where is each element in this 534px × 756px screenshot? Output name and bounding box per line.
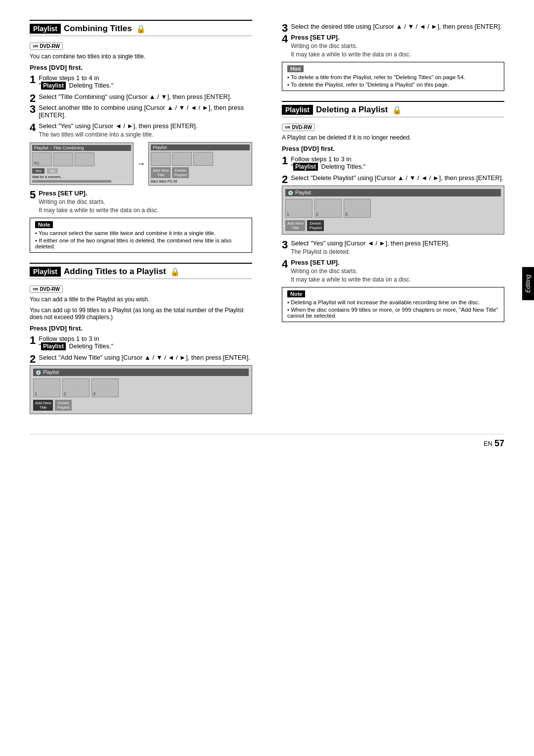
deleting-step-3-content: Select "Yes" using [Cursor ◄ / ►], then …: [291, 239, 504, 255]
step-5-sub1: Writing on the disc starts.: [39, 198, 252, 205]
hint-title: Hint: [287, 65, 304, 72]
combining-step-5: 5 Press [SET UP]. Writing on the disc st…: [30, 189, 252, 214]
thumb-2: [53, 152, 73, 166]
screen-title-deleting: Playlist: [295, 190, 311, 195]
adding-titles-header: Playlist Adding Titles to a Playlist 🔒: [30, 264, 252, 279]
screen-thumb-a2: 2: [62, 378, 89, 397]
deleting-playlist-title: Deleting a Playlist: [316, 105, 388, 115]
deleting-step-num-1: 1: [282, 155, 288, 166]
deleting-playlist-header: Playlist Deleting a Playlist 🔒: [282, 102, 504, 117]
combining-intro: You can combine two titles into a single…: [30, 53, 252, 60]
deleting-step-4-sub1: Writing on the disc starts.: [291, 268, 504, 275]
screen-thumb-d1: 1: [285, 199, 312, 218]
screen-title-combining-bar: Playlist – Title Combining: [32, 145, 131, 151]
deleting-step-3: 3 Select "Yes" using [Cursor ◄ / ►], the…: [282, 239, 504, 255]
playlist-badge-adding: Playlist: [30, 267, 61, 277]
disc-icon-adding: 💿: [36, 370, 41, 375]
page-number-prefix: EN: [484, 440, 492, 447]
add-new-title-btn-deleting[interactable]: Add NewTitle: [285, 220, 305, 231]
dvd-rw-badge-deleting: VR DVD-RW: [282, 124, 315, 131]
step-5-text: Press [SET UP].: [39, 189, 87, 197]
step-4-text: Select "Yes" using [Cursor ◄ / ►], then …: [39, 122, 197, 130]
screen-thumbs-adding: 1 2 3: [33, 378, 249, 397]
right-col-adding-continuation: 3 Select the desired title using [Cursor…: [282, 23, 504, 91]
page-number: 57: [494, 438, 504, 449]
adding-step-1-content: Follow steps 1 to 3 in"Playlist Deleting…: [39, 335, 252, 350]
screen-mockup-adding: 💿 Playlist 1 2 3 Add NewTitle DeletePlay…: [30, 365, 252, 414]
right-step-4-sub1: Writing on the disc starts.: [291, 43, 504, 49]
screen-playlist-bar: Playlist: [151, 144, 250, 150]
yes-button[interactable]: Yes: [32, 168, 44, 174]
adding-step-num-2: 2: [30, 354, 36, 365]
right-step-num-3: 3: [282, 23, 288, 34]
adding-intro-1: You can add a title to the Playlist as y…: [30, 296, 252, 303]
yes-no-row: Yes No: [32, 168, 131, 174]
adding-step-2-content: Select "Add New Title" using [Cursor ▲ /…: [39, 354, 252, 361]
thumb-3: [75, 152, 94, 166]
deleting-note-box: Note • Deleting a Playlist will not incr…: [282, 287, 504, 322]
thumb-sq: SQ: [32, 152, 52, 166]
delete-playlist-btn-deleting[interactable]: DeletePlaylist: [307, 220, 323, 231]
deleting-step-num-3: 3: [282, 239, 288, 250]
adding-titles-title: Adding Titles to a Playlist: [64, 267, 166, 277]
step-num-5: 5: [30, 189, 36, 200]
screen-mockup-deleting: 💿 Playlist 1 2 3 Add NewTitle DeletePlay…: [282, 186, 504, 235]
combining-step-4: 4 Select "Yes" using [Cursor ◄ / ►], the…: [30, 122, 252, 138]
step-5-content: Press [SET UP]. Writing on the disc star…: [39, 189, 252, 214]
combining-step-2: 2 Select "Title Combining" using [Cursor…: [30, 93, 252, 100]
combining-step-1: 1 Follow steps 1 to 4 in "Playlist Delet…: [30, 74, 252, 90]
deleting-step-1-content: Follow steps 1 to 3 in"Playlist Deleting…: [291, 155, 504, 171]
add-new-title-btn-right[interactable]: Add NewTitle: [151, 167, 171, 178]
screen-title-bar-deleting: 💿 Playlist: [285, 189, 501, 196]
deleting-step-4-text: Press [SET UP].: [291, 259, 339, 266]
combining-step-3: 3 Select another title to combine using …: [30, 104, 252, 119]
screen-thumb-d3: 3: [344, 199, 371, 218]
right-step-4-sub2: It may take a while to write the data on…: [291, 51, 504, 58]
right-step-num-4: 4: [282, 34, 288, 45]
adding-step-1: 1 Follow steps 1 to 3 in"Playlist Deleti…: [30, 335, 252, 350]
screen-content-adding: 1 2 3: [33, 378, 249, 397]
step-num-4: 4: [30, 122, 36, 133]
screen-thumb-a1: 1: [33, 378, 60, 397]
lock-icon-adding: 🔒: [170, 267, 180, 277]
step-num-3: 3: [30, 104, 36, 115]
note-title-combining: Note: [35, 221, 53, 228]
hint-box-adding: Hint • To delete a title from the Playli…: [282, 62, 504, 91]
deleting-step-2: 2 Select "Delete Playlist" using [Cursor…: [282, 174, 504, 182]
deleting-step-4: 4 Press [SET UP]. Writing on the disc st…: [282, 259, 504, 283]
step-4-sub: The two titles will combine into a singl…: [39, 131, 252, 138]
screen-title-adding: Playlist: [43, 370, 59, 375]
dvd-rw-badge-adding: VR DVD-RW: [30, 285, 63, 293]
playlist-badge-inline-1: Playlist: [41, 82, 66, 90]
adding-intro-2: You can add up to 99 titles to a Playlis…: [30, 307, 252, 321]
screen-title-combining: Playlist – Title Combining SQ Yes No Wai…: [30, 142, 134, 185]
step-1-content: Follow steps 1 to 4 in "Playlist Deletin…: [39, 74, 252, 90]
note-item-2: • If either one of the two original titl…: [35, 237, 247, 249]
deleting-note-item-1: • Deleting a Playlist will not increase …: [287, 299, 499, 305]
deleting-step-3-sub: The Playlist is deleted.: [291, 248, 504, 255]
note-item-1: • You cannot select the same title twice…: [35, 230, 247, 236]
add-new-title-btn-adding[interactable]: Add NewTitle: [33, 400, 53, 411]
playlist-badge-deleting: Playlist: [282, 105, 313, 115]
playlist-badge-inline-deleting: Playlist: [293, 163, 318, 171]
playlist-badge-combining: Playlist: [30, 24, 61, 34]
adding-step-num-1: 1: [30, 335, 36, 346]
deleting-step-4-sub2: It may take a while to write the data on…: [291, 276, 504, 283]
thumb-r3: [193, 152, 213, 166]
no-button[interactable]: No: [47, 168, 58, 174]
vr-label: VR: [33, 44, 38, 48]
wait-progress-bar: [32, 180, 111, 183]
delete-playlist-btn-right[interactable]: DeletePlaylist: [172, 167, 188, 178]
dvd-rw-badge-combining: VR DVD-RW: [30, 43, 63, 50]
thumb-r2: [172, 152, 192, 166]
deleting-step-num-4: 4: [282, 259, 288, 270]
lock-icon-combining: 🔒: [136, 24, 146, 34]
screen-playlist-after: Playlist Add NewTitle DeletePlaylist tit…: [148, 142, 252, 186]
step-1-text: Follow steps 1 to 4 in "Playlist Deletin…: [39, 74, 113, 89]
deleting-step-4-content: Press [SET UP]. Writing on the disc star…: [291, 259, 504, 283]
press-dvd-deleting: Press [DVD] first.: [282, 145, 504, 152]
screen-title-bar-adding: 💿 Playlist: [33, 369, 249, 376]
adding-step-2: 2 Select "Add New Title" using [Cursor ▲…: [30, 354, 252, 361]
delete-playlist-btn-adding[interactable]: DeletePlaylist: [55, 400, 71, 411]
deleting-step-2-content: Select "Delete Playlist" using [Cursor ▲…: [291, 174, 504, 182]
